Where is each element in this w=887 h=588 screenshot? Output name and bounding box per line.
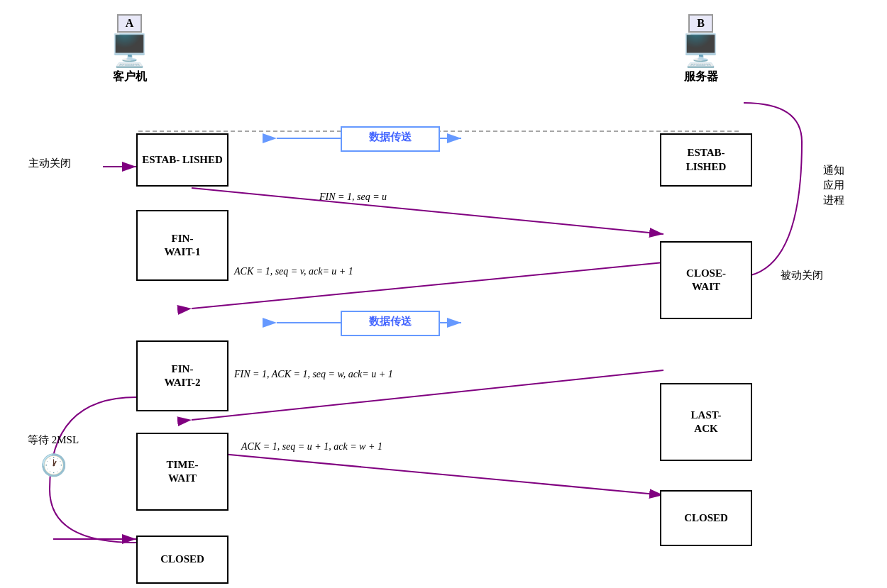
- client-node-label: A: [117, 14, 143, 33]
- server-computer: B 🖥️ 服务器: [681, 14, 720, 84]
- server-last-ack: LAST-ACK: [660, 383, 752, 461]
- msg4-label: ACK = 1, seq = u + 1, ack = w + 1: [241, 441, 382, 453]
- passive-close-label: 被动关闭: [773, 268, 830, 283]
- data-transfer-1: 数据传送: [341, 126, 440, 152]
- server-established: ESTAB-LISHED: [660, 133, 752, 187]
- msg1-label: FIN = 1, seq = u: [319, 192, 387, 203]
- client-closed: CLOSED: [136, 536, 228, 584]
- msg2-label: ACK = 1, seq = v, ack= u + 1: [234, 266, 353, 277]
- client-time-wait: TIME-WAIT: [136, 433, 228, 511]
- diagram: A 🖥️ 客户机 B 🖥️ 服务器 ESTAB- LISHED FIN-WAIT…: [0, 0, 887, 588]
- client-label: 客户机: [110, 70, 149, 84]
- server-label: 服务器: [681, 70, 720, 84]
- svg-line-8: [192, 451, 663, 495]
- notify-app-label: 通知应用进程: [809, 163, 859, 208]
- active-close-label: 主动关闭: [21, 156, 78, 171]
- server-closed: CLOSED: [660, 490, 752, 546]
- wait-2msl-label: 等待 2MSL 🕐: [21, 433, 85, 480]
- client-computer: A 🖥️ 客户机: [110, 14, 149, 84]
- client-fin-wait1: FIN-WAIT-1: [136, 210, 228, 281]
- client-established: ESTAB- LISHED: [136, 133, 228, 187]
- msg3-label: FIN = 1, ACK = 1, seq = w, ack= u + 1: [234, 369, 393, 380]
- data-transfer-2: 数据传送: [341, 311, 440, 336]
- server-close-wait: CLOSE-WAIT: [660, 241, 752, 319]
- server-node-label: B: [688, 14, 713, 33]
- svg-line-5: [192, 188, 663, 234]
- clock-icon: 🕐: [21, 450, 85, 480]
- client-fin-wait2: FIN-WAIT-2: [136, 340, 228, 411]
